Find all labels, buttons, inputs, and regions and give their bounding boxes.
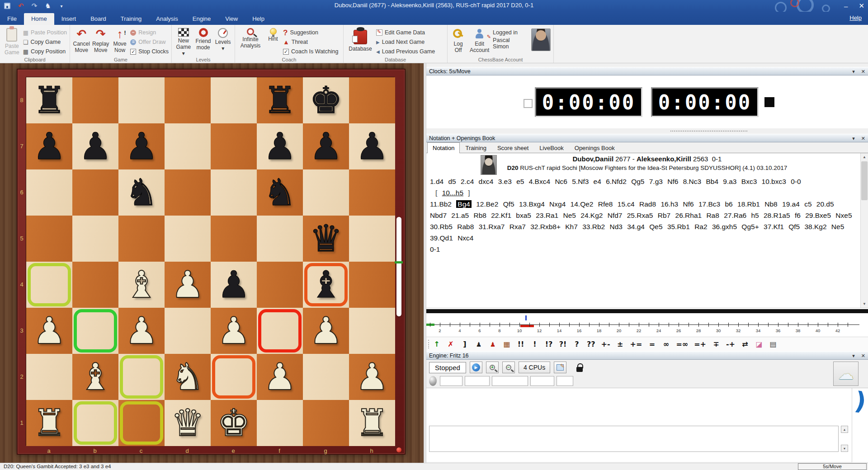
log-off-button[interactable]: Log Off	[450, 27, 466, 56]
square-d2[interactable]: ♞	[165, 354, 211, 400]
minimize-button[interactable]: –	[844, 2, 848, 10]
coach-is-watching-checkbox[interactable]: ✓ Coach Is Watching	[283, 48, 338, 55]
square-d3[interactable]	[165, 308, 211, 354]
cancel-move-button[interactable]: ↶ Cancel Move	[73, 27, 90, 56]
resign-button[interactable]: − Resign	[130, 29, 169, 36]
panel-collapse-icon[interactable]: ▾	[852, 136, 855, 141]
promote-variation-pawn-icon[interactable]: ♟	[475, 340, 483, 349]
square-c5[interactable]	[118, 216, 165, 262]
square-g6[interactable]	[303, 169, 349, 216]
panel-close-icon[interactable]: ✕	[861, 353, 865, 359]
square-c4[interactable]: ♝	[118, 262, 165, 308]
tab-score-sheet[interactable]: Score sheet	[492, 142, 534, 153]
end-variation-icon[interactable]: ]	[461, 340, 469, 349]
square-g1[interactable]	[303, 400, 349, 446]
blunder-symbol[interactable]: ??	[587, 340, 595, 349]
menu-tab-training[interactable]: Training	[113, 13, 149, 25]
tab-livebook[interactable]: LiveBook	[534, 142, 569, 153]
tab-notation[interactable]: Notation	[427, 142, 460, 153]
good-move-symbol[interactable]: !	[531, 340, 539, 349]
compensation-symbol[interactable]: =∞	[676, 340, 688, 349]
menu-tab-help[interactable]: Help	[245, 13, 272, 25]
square-f8[interactable]: ♜	[257, 77, 303, 123]
panel-collapse-icon[interactable]: ▾	[852, 69, 855, 75]
edit-game-data-button[interactable]: Edit Game Data	[376, 29, 435, 36]
scroll-up-icon[interactable]: ▲	[861, 153, 868, 161]
square-a1[interactable]: ♜	[26, 400, 72, 446]
equal-symbol[interactable]: =	[648, 340, 656, 349]
evaluation-graph[interactable]: 24681012141618202224262830323436384042	[426, 308, 868, 337]
square-f2[interactable]: ♟	[257, 354, 303, 400]
square-g8[interactable]: ♚	[303, 77, 349, 123]
menu-tab-home[interactable]: Home	[24, 13, 54, 25]
load-next-game-button[interactable]: ▶ Load Next Game	[376, 38, 435, 46]
square-h5[interactable]	[349, 216, 395, 262]
square-c2[interactable]	[118, 354, 165, 400]
notation-scrollbar[interactable]: ▲ ▼	[860, 153, 868, 308]
square-c8[interactable]	[118, 77, 165, 123]
zoom-in-button[interactable]: +	[486, 362, 499, 373]
dubious-move-symbol[interactable]: ?!	[559, 340, 567, 349]
selected-move[interactable]: Bg4	[456, 200, 472, 208]
paste-game-button[interactable]: Paste Game	[3, 27, 21, 56]
panel-close-icon[interactable]: ✕	[861, 136, 865, 141]
square-e8[interactable]	[211, 77, 257, 123]
square-a6[interactable]	[26, 169, 72, 216]
lock-icon[interactable]	[576, 367, 583, 372]
square-e2[interactable]	[211, 354, 257, 400]
square-b5[interactable]	[72, 216, 118, 262]
white-winning-symbol[interactable]: +-	[601, 340, 610, 349]
tab-training[interactable]: Training	[460, 142, 491, 153]
square-e7[interactable]	[211, 123, 257, 169]
square-c1[interactable]	[118, 400, 165, 446]
square-e6[interactable]	[211, 169, 257, 216]
horizontal-splitter[interactable]	[426, 128, 868, 134]
close-button[interactable]: ✕	[859, 2, 864, 10]
counterplay-symbol[interactable]: ⇄	[741, 340, 749, 349]
square-f5[interactable]	[257, 216, 303, 262]
square-g3[interactable]: ♟	[303, 308, 349, 354]
square-e5[interactable]	[211, 216, 257, 262]
scrollbar-thumb[interactable]	[861, 161, 868, 200]
copy-game-button[interactable]: ❏ Copy Game	[23, 38, 67, 46]
square-b1[interactable]	[72, 400, 118, 446]
square-c3[interactable]: ♟	[118, 308, 165, 354]
tab-openings-book[interactable]: Openings Book	[569, 142, 620, 153]
levels-button[interactable]: Levels ▾	[214, 27, 232, 56]
square-b2[interactable]: ♝	[72, 354, 118, 400]
square-d1[interactable]: ♛	[165, 400, 211, 446]
square-g5[interactable]: ♛	[303, 216, 349, 262]
critical-position-pawn-icon[interactable]: ♟	[489, 340, 497, 349]
square-a5[interactable]	[26, 216, 72, 262]
square-h6[interactable]	[349, 169, 395, 216]
square-h4[interactable]	[349, 262, 395, 308]
square-e3[interactable]: ♟	[211, 308, 257, 354]
threat-button[interactable]: ▲ Threat	[283, 38, 338, 46]
hint-button[interactable]: Hint	[265, 27, 281, 56]
square-a8[interactable]: ♜	[26, 77, 72, 123]
menu-tab-engine[interactable]: Engine	[185, 13, 218, 25]
square-d7[interactable]	[165, 123, 211, 169]
menu-tab-view[interactable]: View	[218, 13, 245, 25]
cpus-button[interactable]: 4 CPUs	[519, 362, 550, 373]
square-a2[interactable]	[26, 354, 72, 400]
move-now-button[interactable]: ↑ Move Now	[111, 27, 128, 56]
delete-icon[interactable]: ✗	[447, 340, 455, 349]
interesting-move-symbol[interactable]: !?	[545, 340, 553, 349]
black-winning-symbol[interactable]: -+	[726, 340, 735, 349]
engine-stopped-button[interactable]: Stopped	[429, 362, 466, 373]
paste-position-button[interactable]: ▦ Paste Position	[23, 29, 67, 36]
square-h7[interactable]: ♟	[349, 123, 395, 169]
menu-tab-file[interactable]: File	[0, 13, 24, 25]
engine-scroll-up-icon[interactable]: ▲	[841, 426, 848, 433]
square-f3[interactable]	[257, 308, 303, 354]
square-a4[interactable]	[26, 262, 72, 308]
square-d5[interactable]	[165, 216, 211, 262]
black-better-symbol[interactable]: ∓	[712, 340, 720, 349]
black-slightly-better-symbol[interactable]: =+	[694, 340, 706, 349]
square-g2[interactable]	[303, 354, 349, 400]
zoom-out-button[interactable]: −	[502, 362, 515, 373]
square-h1[interactable]: ♜	[349, 400, 395, 446]
edit-account-button[interactable]: ✎ Edit Account	[468, 27, 491, 56]
database-button[interactable]: Database	[346, 27, 374, 56]
